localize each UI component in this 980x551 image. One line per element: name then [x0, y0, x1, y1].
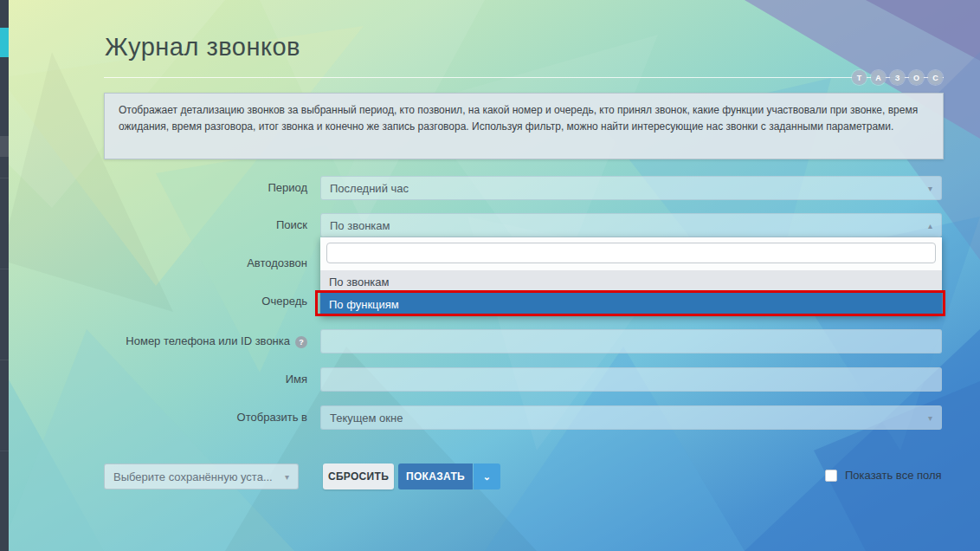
logo-letter: Т — [852, 70, 867, 85]
name-input[interactable] — [320, 367, 942, 392]
page-description: Отображает детализацию звонков за выбран… — [104, 93, 944, 159]
display-in-select[interactable]: Текущем окне ▾ — [320, 405, 942, 430]
search-dropdown-panel: По звонкам По функциям — [320, 237, 942, 316]
dropdown-option-calls[interactable]: По звонкам — [320, 270, 942, 293]
logo-letter: О — [909, 70, 924, 85]
preset-placeholder: Выберите сохранённую уста... — [113, 470, 273, 483]
autodial-label: Автодозвон — [104, 251, 307, 276]
sidebar-divider — [0, 178, 9, 178]
period-value: Последний час — [330, 182, 409, 195]
display-in-value: Текущем окне — [330, 412, 403, 425]
display-in-label: Отобразить в — [104, 405, 307, 430]
phone-input[interactable] — [320, 329, 942, 353]
saved-preset-select[interactable]: Выберите сохранённую уста... ▾ — [104, 463, 299, 489]
chevron-up-icon: ▴ — [928, 221, 932, 230]
name-label: Имя — [104, 367, 307, 392]
logo-letter: А — [871, 70, 886, 85]
period-select[interactable]: Последний час ▾ — [320, 176, 942, 200]
queue-label: Очередь — [104, 289, 307, 314]
dropdown-option-functions[interactable]: По функциям — [320, 293, 942, 315]
period-label: Период — [104, 176, 307, 200]
dropdown-filter-input[interactable] — [326, 243, 936, 263]
search-value: По звонкам — [330, 219, 390, 232]
sidebar-divider — [0, 360, 9, 360]
chevron-down-icon: ⌄ — [483, 471, 492, 483]
question-icon[interactable]: ? — [295, 336, 307, 348]
show-dropdown-button[interactable]: ⌄ — [474, 463, 500, 489]
tazos-logo: Т А З О С — [852, 70, 943, 85]
logo-letter: С — [928, 70, 943, 85]
sidebar-divider — [0, 269, 9, 269]
show-all-fields-row: Показать все поля — [825, 469, 942, 482]
sidebar-divider — [0, 451, 9, 451]
show-button[interactable]: ПОКАЗАТЬ — [398, 463, 473, 489]
chevron-down-icon: ▾ — [285, 472, 289, 482]
show-all-fields-checkbox[interactable] — [825, 470, 837, 482]
search-select[interactable]: По звонкам ▴ — [320, 213, 942, 237]
search-label: Поиск — [104, 213, 307, 237]
reset-button[interactable]: СБРОСИТЬ — [323, 463, 394, 489]
sidebar-item[interactable] — [0, 136, 9, 157]
sidebar-active-item[interactable] — [0, 28, 9, 57]
sidebar-collapsed — [0, 0, 9, 551]
show-all-fields-label: Показать все поля — [845, 469, 942, 482]
call-log-page: Журнал звонков Т А З О С Отображает дета… — [0, 0, 980, 551]
logo-letter: З — [890, 70, 905, 85]
title-divider — [104, 77, 944, 78]
chevron-down-icon: ▾ — [928, 184, 932, 193]
page-title: Журнал звонков — [105, 33, 300, 62]
chevron-down-icon: ▾ — [928, 413, 932, 423]
phone-label: Номер телефона или ID звонка? — [104, 329, 307, 353]
